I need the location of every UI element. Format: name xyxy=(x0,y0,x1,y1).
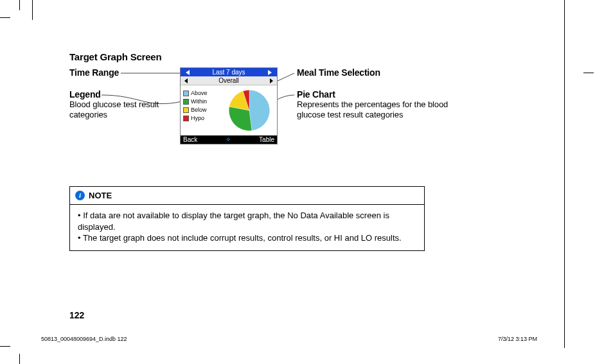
legend-within: Within xyxy=(191,98,207,106)
note-box: i NOTE • If data are not available to di… xyxy=(69,186,425,251)
swatch-hypo xyxy=(183,116,189,121)
footer-right: 7/3/12 3:13 PM xyxy=(498,336,537,342)
crop-mark xyxy=(0,17,10,18)
info-icon: i xyxy=(75,191,85,200)
page-number: 122 xyxy=(69,310,84,320)
label-legend-head: Legend xyxy=(69,89,179,100)
device-time-range-bar: Last 7 days xyxy=(181,68,277,76)
left-column: Time Range Legend Blood glucose test res… xyxy=(69,67,179,125)
softkey-table: Table xyxy=(259,135,274,144)
page-content: Target Graph Screen Time Range Legend Bl… xyxy=(69,0,551,364)
device-meal-selection-bar: Overall xyxy=(181,76,277,85)
crop-mark xyxy=(32,0,33,20)
right-column: Meal Time Selection Pie Chart Represents… xyxy=(297,67,464,125)
swatch-below xyxy=(183,107,189,113)
legend-hypo: Hypo xyxy=(191,114,204,123)
label-time-range: Time Range xyxy=(69,67,179,78)
swatch-above xyxy=(183,91,189,96)
pie-chart xyxy=(228,89,271,132)
note-bullet-2: • The target graph does not include corr… xyxy=(78,232,418,244)
label-legend-body: Blood glucose test result categories xyxy=(69,100,179,119)
crop-mark xyxy=(0,346,10,347)
label-meal-head: Meal Time Selection xyxy=(297,67,464,78)
crop-mark xyxy=(583,73,594,73)
legend-above: Above xyxy=(191,89,208,98)
crop-mark xyxy=(19,354,20,364)
crop-mark xyxy=(19,0,20,10)
bluetooth-icon: ⟡ xyxy=(226,137,231,142)
note-title: NOTE xyxy=(89,191,112,200)
device-body: Above Within Below Hypo xyxy=(181,85,277,135)
device-softkeys: Back ⟡ Table xyxy=(181,135,277,144)
swatch-within xyxy=(183,99,189,105)
pie-slice-above xyxy=(249,90,270,130)
section-title: Target Graph Screen xyxy=(69,51,161,62)
legend-below: Below xyxy=(191,106,207,114)
note-header: i NOTE xyxy=(70,187,424,205)
note-body: • If data are not available to display t… xyxy=(70,205,424,250)
note-bullet-1: • If data are not available to display t… xyxy=(78,210,418,232)
softkey-back: Back xyxy=(183,135,197,144)
device-legend: Above Within Below Hypo xyxy=(183,89,208,123)
label-pie-head: Pie Chart xyxy=(297,89,464,100)
footer-left: 50813_00048009694_D.indb 122 xyxy=(41,336,127,342)
crop-mark xyxy=(564,0,565,348)
device-screenshot: Last 7 days Overall Above Within Below H… xyxy=(180,67,278,144)
label-pie-body: Represents the percentages for the blood… xyxy=(297,100,464,119)
